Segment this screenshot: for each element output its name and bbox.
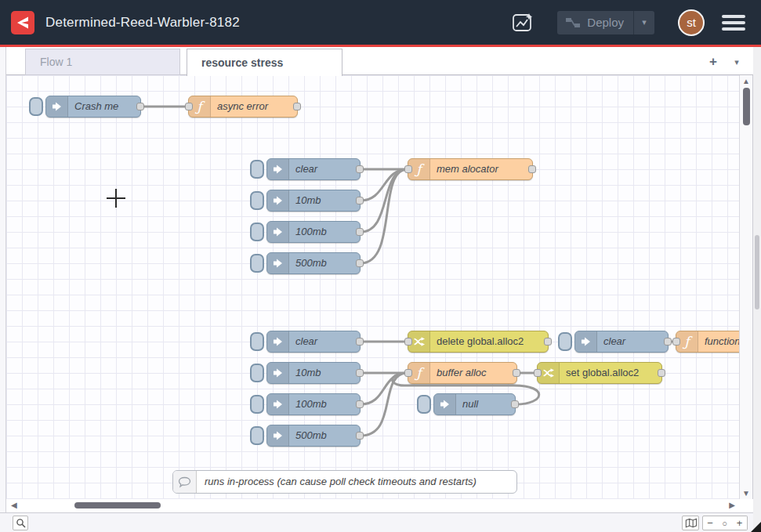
scroll-down-icon[interactable]: ▼ (742, 489, 750, 498)
node-async-error[interactable]: ƒasync error (188, 96, 298, 118)
scroll-up-icon[interactable]: ▲ (742, 77, 750, 85)
function-icon: ƒ (416, 161, 421, 177)
map-icon (685, 518, 697, 528)
instance-title: Determined-Reed-Warbler-8182 (45, 15, 240, 31)
node-crash-me[interactable]: Crash me (45, 96, 141, 118)
node-label: function (705, 331, 740, 352)
app-logo-icon[interactable] (11, 11, 34, 34)
output-port[interactable] (356, 228, 364, 236)
node-function-clipped[interactable]: ƒfunction (676, 331, 740, 353)
inject-arrow-icon (580, 335, 592, 348)
deploy-button[interactable]: Deploy ▾ (557, 11, 654, 34)
output-port[interactable] (356, 197, 364, 204)
horizontal-scroll-thumb[interactable] (74, 502, 161, 508)
vertical-scroll-thumb[interactable] (743, 88, 750, 125)
header-bar: Determined-Reed-Warbler-8182 Deploy ▾ st (0, 0, 761, 45)
scroll-right-icon[interactable]: ▶ (729, 501, 735, 509)
inject-trigger-button[interactable] (250, 254, 264, 273)
horizontal-scrollbar[interactable]: ◀ ▶ (6, 499, 740, 512)
output-port[interactable] (511, 400, 519, 408)
node-label: 500mb (295, 253, 353, 273)
zoom-in-button[interactable]: + (732, 516, 748, 530)
resize-grip[interactable] (751, 522, 761, 532)
wire-layer (6, 75, 740, 499)
node-buffer-alloc[interactable]: ƒbuffer alloc (408, 362, 517, 384)
flow-list-caret-icon[interactable]: ▾ (728, 53, 745, 71)
node-icon-section (267, 159, 289, 179)
node-comment[interactable]: runs in-process (can cause poll check ti… (172, 470, 517, 494)
node-mem-alocator[interactable]: ƒmem alocator (408, 158, 533, 180)
tab-resource-stress[interactable]: resource stress (187, 49, 342, 76)
output-port[interactable] (356, 432, 364, 440)
add-flow-button[interactable]: + (705, 53, 722, 71)
output-port[interactable] (544, 338, 552, 346)
output-port[interactable] (664, 338, 672, 346)
wire-10mb-a-to-mem-alocator[interactable] (361, 169, 408, 201)
inject-trigger-button[interactable] (250, 426, 264, 445)
output-port[interactable] (513, 369, 520, 377)
node-set-global-alloc2[interactable]: set global.alloc2 (537, 362, 662, 384)
output-port[interactable] (658, 369, 665, 377)
node-null[interactable]: null (433, 393, 516, 415)
function-icon: ƒ (416, 365, 421, 381)
search-icon (16, 518, 26, 528)
navigator-button[interactable] (682, 516, 699, 530)
node-icon-section (267, 363, 289, 383)
page-scroll-thumb[interactable] (755, 235, 759, 309)
vertical-scrollbar[interactable]: ▲ ▼ (740, 75, 753, 499)
inject-trigger-button[interactable] (250, 332, 264, 351)
node-100mb-a[interactable]: 100mb (266, 221, 361, 243)
inject-arrow-icon (439, 398, 451, 411)
input-port[interactable] (404, 338, 412, 346)
output-port[interactable] (356, 369, 364, 377)
node-10mb-a[interactable]: 10mb (266, 190, 361, 212)
input-port[interactable] (185, 103, 193, 110)
node-500mb-a[interactable]: 500mb (266, 252, 361, 274)
change-shuffle-icon (542, 367, 555, 379)
input-port[interactable] (534, 369, 542, 377)
output-port[interactable] (356, 165, 364, 173)
inject-trigger-button[interactable] (250, 223, 264, 241)
user-avatar[interactable]: st (678, 9, 705, 36)
output-port[interactable] (356, 259, 364, 267)
output-port[interactable] (356, 400, 364, 408)
tab-flow-1[interactable]: Flow 1 (25, 49, 180, 75)
inject-trigger-button[interactable] (417, 395, 431, 414)
node-100mb-b[interactable]: 100mb (266, 393, 361, 415)
ai-assistant-icon[interactable] (510, 10, 535, 35)
inject-trigger-button[interactable] (250, 160, 264, 179)
inject-trigger-button[interactable] (558, 332, 572, 351)
inject-trigger-button[interactable] (29, 97, 43, 116)
palette-collapsed-strip[interactable] (0, 47, 6, 532)
editor-footer: − ○ + (0, 512, 753, 532)
node-label: 100mb (295, 394, 353, 414)
input-port[interactable] (404, 165, 412, 173)
wire-100mb-b-to-buffer-alloc[interactable] (361, 373, 408, 404)
output-port[interactable] (528, 165, 536, 173)
input-port[interactable] (672, 338, 680, 346)
output-port[interactable] (293, 103, 301, 110)
inject-trigger-button[interactable] (250, 191, 264, 210)
node-clear-a[interactable]: clear (266, 158, 361, 180)
node-10mb-b[interactable]: 10mb (266, 362, 361, 384)
flow-canvas[interactable]: Crash meƒasync errorclear10mb100mb500mbƒ… (6, 75, 740, 499)
zoom-reset-button[interactable]: ○ (717, 516, 733, 530)
inject-trigger-button[interactable] (250, 395, 264, 414)
output-port[interactable] (356, 338, 364, 346)
page-scrollbar[interactable] (753, 47, 761, 532)
input-port[interactable] (404, 369, 412, 377)
zoom-out-button[interactable]: − (702, 516, 718, 530)
node-delete-global-alloc2[interactable]: delete global.alloc2 (408, 331, 549, 353)
node-500mb-b[interactable]: 500mb (266, 425, 361, 447)
function-icon: ƒ (197, 99, 201, 114)
node-clear-b[interactable]: clear (266, 331, 361, 353)
node-clear-c[interactable]: clear (574, 331, 669, 353)
function-icon: ƒ (684, 334, 689, 349)
scroll-left-icon[interactable]: ◀ (11, 501, 17, 509)
inject-arrow-icon (272, 226, 284, 238)
output-port[interactable] (136, 103, 144, 110)
deploy-options-caret-icon[interactable]: ▾ (634, 17, 654, 27)
search-button[interactable] (13, 516, 28, 530)
main-menu-icon[interactable] (722, 15, 745, 31)
inject-trigger-button[interactable] (250, 364, 264, 382)
